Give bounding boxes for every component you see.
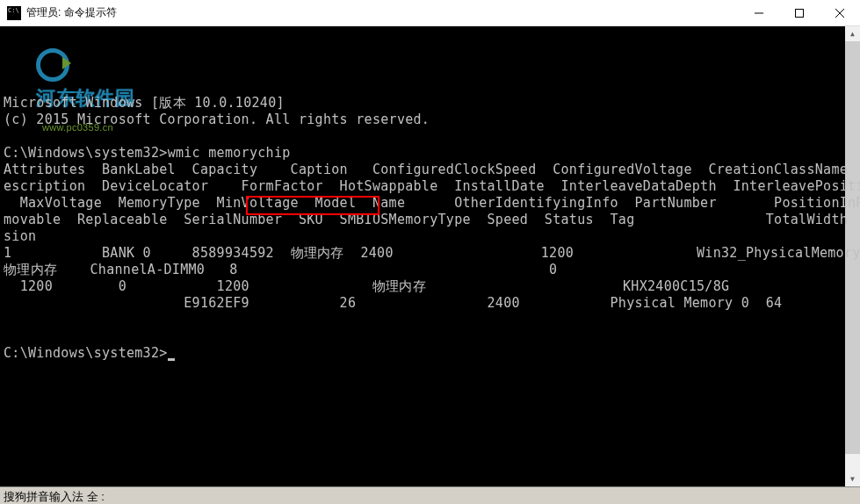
cmd-icon — [7, 6, 21, 20]
terminal-columns-5: sion — [4, 228, 36, 244]
maximize-button[interactable] — [779, 0, 820, 25]
terminal-prompt2: C:\Windows\system32> — [4, 345, 168, 361]
scrollbar-down-button[interactable]: ▼ — [845, 472, 860, 486]
terminal-header2: (c) 2015 Microsoft Corporation. All righ… — [4, 112, 430, 127]
scrollbar-up-button[interactable]: ▲ — [845, 26, 860, 41]
window-controls — [739, 0, 860, 25]
window-titlebar: 管理员: 命令提示符 — [0, 0, 860, 26]
terminal-data-1: 1 BANK 0 8589934592 物理内存 2400 1200 Win32… — [4, 245, 860, 261]
terminal-columns-1: Attributes BankLabel Capacity Caption Co… — [4, 162, 860, 177]
terminal-area[interactable]: 河东软件园 www.pc0359.cn Microsoft Windows [版… — [0, 26, 860, 486]
terminal-columns-3: MaxVoltage MemoryType MinVoltage Model N… — [4, 195, 860, 211]
terminal-columns-2: escription DeviceLocator FormFactor HotS… — [4, 178, 860, 194]
terminal-header1: Microsoft Windows [版本 10.0.10240] — [4, 95, 285, 111]
window-title: 管理员: 命令提示符 — [26, 5, 117, 20]
close-button[interactable] — [820, 0, 860, 25]
ime-status-bar: 搜狗拼音输入法 全 : — [0, 486, 860, 504]
watermark-logo-icon — [36, 45, 71, 80]
terminal-command1: wmic memorychip — [168, 145, 291, 161]
terminal-data-4: E9162EF9 26 2400 Physical Memory 0 64 12… — [4, 295, 860, 311]
terminal-data-2: 物理内存 ChannelA-DIMM0 8 0 Kingston — [4, 262, 860, 277]
minimize-button[interactable] — [739, 0, 779, 25]
terminal-prompt1: C:\Windows\system32> — [4, 145, 168, 161]
cursor — [168, 358, 175, 361]
terminal-columns-4: movable Replaceable SerialNumber SKU SMB… — [4, 212, 860, 227]
ime-text: 搜狗拼音输入法 全 : — [4, 490, 105, 503]
svg-rect-1 — [796, 9, 804, 17]
terminal-content: Microsoft Windows [版本 10.0.10240] (c) 20… — [4, 95, 856, 362]
terminal-data-3: 1200 0 1200 物理内存 KHX2400C15/8G — [4, 278, 860, 294]
